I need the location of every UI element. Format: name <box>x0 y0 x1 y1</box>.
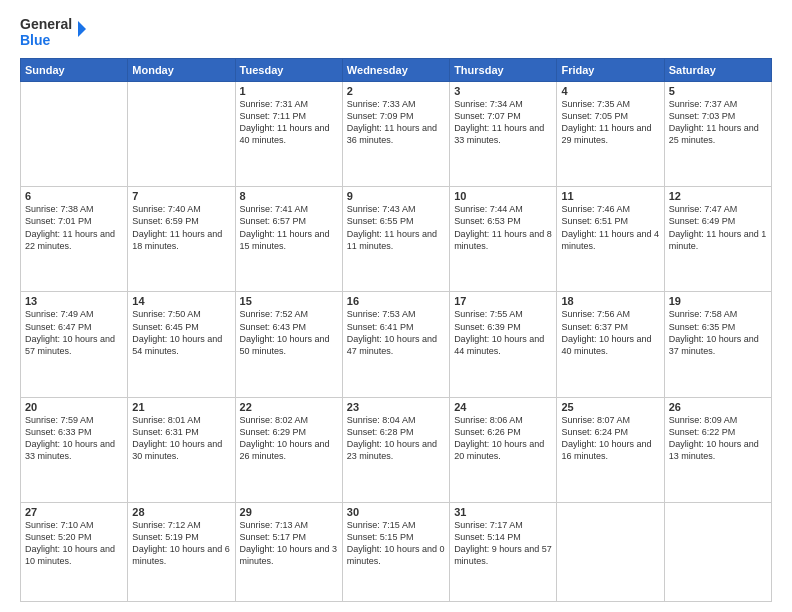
calendar-cell <box>557 502 664 601</box>
calendar-row-2: 13Sunrise: 7:49 AM Sunset: 6:47 PM Dayli… <box>21 292 772 397</box>
day-number: 13 <box>25 295 123 307</box>
cell-info: Sunrise: 7:35 AM Sunset: 7:05 PM Dayligh… <box>561 98 659 147</box>
cell-info: Sunrise: 7:52 AM Sunset: 6:43 PM Dayligh… <box>240 308 338 357</box>
cell-info: Sunrise: 7:55 AM Sunset: 6:39 PM Dayligh… <box>454 308 552 357</box>
weekday-header-wednesday: Wednesday <box>342 59 449 82</box>
weekday-header-row: SundayMondayTuesdayWednesdayThursdayFrid… <box>21 59 772 82</box>
day-number: 16 <box>347 295 445 307</box>
calendar-cell: 3Sunrise: 7:34 AM Sunset: 7:07 PM Daylig… <box>450 82 557 187</box>
weekday-header-monday: Monday <box>128 59 235 82</box>
calendar-cell: 9Sunrise: 7:43 AM Sunset: 6:55 PM Daylig… <box>342 187 449 292</box>
cell-info: Sunrise: 7:56 AM Sunset: 6:37 PM Dayligh… <box>561 308 659 357</box>
page: GeneralBlue SundayMondayTuesdayWednesday… <box>0 0 792 612</box>
calendar-cell: 12Sunrise: 7:47 AM Sunset: 6:49 PM Dayli… <box>664 187 771 292</box>
cell-info: Sunrise: 7:41 AM Sunset: 6:57 PM Dayligh… <box>240 203 338 252</box>
cell-info: Sunrise: 7:58 AM Sunset: 6:35 PM Dayligh… <box>669 308 767 357</box>
day-number: 26 <box>669 401 767 413</box>
day-number: 23 <box>347 401 445 413</box>
day-number: 17 <box>454 295 552 307</box>
cell-info: Sunrise: 7:33 AM Sunset: 7:09 PM Dayligh… <box>347 98 445 147</box>
cell-info: Sunrise: 7:12 AM Sunset: 5:19 PM Dayligh… <box>132 519 230 568</box>
cell-info: Sunrise: 7:49 AM Sunset: 6:47 PM Dayligh… <box>25 308 123 357</box>
cell-info: Sunrise: 7:46 AM Sunset: 6:51 PM Dayligh… <box>561 203 659 252</box>
calendar-cell: 22Sunrise: 8:02 AM Sunset: 6:29 PM Dayli… <box>235 397 342 502</box>
cell-info: Sunrise: 7:43 AM Sunset: 6:55 PM Dayligh… <box>347 203 445 252</box>
day-number: 5 <box>669 85 767 97</box>
day-number: 22 <box>240 401 338 413</box>
cell-info: Sunrise: 8:01 AM Sunset: 6:31 PM Dayligh… <box>132 414 230 463</box>
day-number: 27 <box>25 506 123 518</box>
day-number: 12 <box>669 190 767 202</box>
calendar-cell: 8Sunrise: 7:41 AM Sunset: 6:57 PM Daylig… <box>235 187 342 292</box>
day-number: 7 <box>132 190 230 202</box>
calendar-cell <box>21 82 128 187</box>
day-number: 19 <box>669 295 767 307</box>
calendar-cell: 26Sunrise: 8:09 AM Sunset: 6:22 PM Dayli… <box>664 397 771 502</box>
day-number: 4 <box>561 85 659 97</box>
day-number: 9 <box>347 190 445 202</box>
calendar-row-0: 1Sunrise: 7:31 AM Sunset: 7:11 PM Daylig… <box>21 82 772 187</box>
day-number: 11 <box>561 190 659 202</box>
calendar-cell: 6Sunrise: 7:38 AM Sunset: 7:01 PM Daylig… <box>21 187 128 292</box>
cell-info: Sunrise: 7:10 AM Sunset: 5:20 PM Dayligh… <box>25 519 123 568</box>
cell-info: Sunrise: 8:02 AM Sunset: 6:29 PM Dayligh… <box>240 414 338 463</box>
day-number: 6 <box>25 190 123 202</box>
day-number: 21 <box>132 401 230 413</box>
calendar-cell: 4Sunrise: 7:35 AM Sunset: 7:05 PM Daylig… <box>557 82 664 187</box>
calendar-cell: 11Sunrise: 7:46 AM Sunset: 6:51 PM Dayli… <box>557 187 664 292</box>
calendar-cell: 29Sunrise: 7:13 AM Sunset: 5:17 PM Dayli… <box>235 502 342 601</box>
calendar-cell: 5Sunrise: 7:37 AM Sunset: 7:03 PM Daylig… <box>664 82 771 187</box>
cell-info: Sunrise: 7:13 AM Sunset: 5:17 PM Dayligh… <box>240 519 338 568</box>
logo: GeneralBlue <box>20 15 90 50</box>
cell-info: Sunrise: 7:37 AM Sunset: 7:03 PM Dayligh… <box>669 98 767 147</box>
cell-info: Sunrise: 7:15 AM Sunset: 5:15 PM Dayligh… <box>347 519 445 568</box>
day-number: 28 <box>132 506 230 518</box>
svg-marker-2 <box>78 21 86 37</box>
cell-info: Sunrise: 7:31 AM Sunset: 7:11 PM Dayligh… <box>240 98 338 147</box>
calendar-table: SundayMondayTuesdayWednesdayThursdayFrid… <box>20 58 772 602</box>
calendar-cell: 1Sunrise: 7:31 AM Sunset: 7:11 PM Daylig… <box>235 82 342 187</box>
cell-info: Sunrise: 7:44 AM Sunset: 6:53 PM Dayligh… <box>454 203 552 252</box>
cell-info: Sunrise: 8:09 AM Sunset: 6:22 PM Dayligh… <box>669 414 767 463</box>
calendar-cell: 25Sunrise: 8:07 AM Sunset: 6:24 PM Dayli… <box>557 397 664 502</box>
calendar-cell: 21Sunrise: 8:01 AM Sunset: 6:31 PM Dayli… <box>128 397 235 502</box>
weekday-header-tuesday: Tuesday <box>235 59 342 82</box>
cell-info: Sunrise: 8:06 AM Sunset: 6:26 PM Dayligh… <box>454 414 552 463</box>
calendar-cell: 16Sunrise: 7:53 AM Sunset: 6:41 PM Dayli… <box>342 292 449 397</box>
day-number: 24 <box>454 401 552 413</box>
calendar-cell <box>664 502 771 601</box>
cell-info: Sunrise: 8:07 AM Sunset: 6:24 PM Dayligh… <box>561 414 659 463</box>
logo-icon: GeneralBlue <box>20 15 90 50</box>
calendar-cell: 23Sunrise: 8:04 AM Sunset: 6:28 PM Dayli… <box>342 397 449 502</box>
calendar-cell: 19Sunrise: 7:58 AM Sunset: 6:35 PM Dayli… <box>664 292 771 397</box>
calendar-cell: 24Sunrise: 8:06 AM Sunset: 6:26 PM Dayli… <box>450 397 557 502</box>
cell-info: Sunrise: 7:50 AM Sunset: 6:45 PM Dayligh… <box>132 308 230 357</box>
day-number: 15 <box>240 295 338 307</box>
calendar-cell: 15Sunrise: 7:52 AM Sunset: 6:43 PM Dayli… <box>235 292 342 397</box>
day-number: 10 <box>454 190 552 202</box>
day-number: 25 <box>561 401 659 413</box>
calendar-row-4: 27Sunrise: 7:10 AM Sunset: 5:20 PM Dayli… <box>21 502 772 601</box>
cell-info: Sunrise: 7:40 AM Sunset: 6:59 PM Dayligh… <box>132 203 230 252</box>
cell-info: Sunrise: 7:34 AM Sunset: 7:07 PM Dayligh… <box>454 98 552 147</box>
day-number: 29 <box>240 506 338 518</box>
weekday-header-friday: Friday <box>557 59 664 82</box>
calendar-cell: 2Sunrise: 7:33 AM Sunset: 7:09 PM Daylig… <box>342 82 449 187</box>
day-number: 8 <box>240 190 338 202</box>
calendar-cell <box>128 82 235 187</box>
calendar-cell: 20Sunrise: 7:59 AM Sunset: 6:33 PM Dayli… <box>21 397 128 502</box>
calendar-row-3: 20Sunrise: 7:59 AM Sunset: 6:33 PM Dayli… <box>21 397 772 502</box>
header: GeneralBlue <box>20 15 772 50</box>
calendar-cell: 27Sunrise: 7:10 AM Sunset: 5:20 PM Dayli… <box>21 502 128 601</box>
svg-text:General: General <box>20 16 72 32</box>
day-number: 30 <box>347 506 445 518</box>
cell-info: Sunrise: 8:04 AM Sunset: 6:28 PM Dayligh… <box>347 414 445 463</box>
day-number: 20 <box>25 401 123 413</box>
day-number: 1 <box>240 85 338 97</box>
calendar-cell: 31Sunrise: 7:17 AM Sunset: 5:14 PM Dayli… <box>450 502 557 601</box>
cell-info: Sunrise: 7:17 AM Sunset: 5:14 PM Dayligh… <box>454 519 552 568</box>
cell-info: Sunrise: 7:38 AM Sunset: 7:01 PM Dayligh… <box>25 203 123 252</box>
day-number: 3 <box>454 85 552 97</box>
weekday-header-saturday: Saturday <box>664 59 771 82</box>
calendar-cell: 17Sunrise: 7:55 AM Sunset: 6:39 PM Dayli… <box>450 292 557 397</box>
